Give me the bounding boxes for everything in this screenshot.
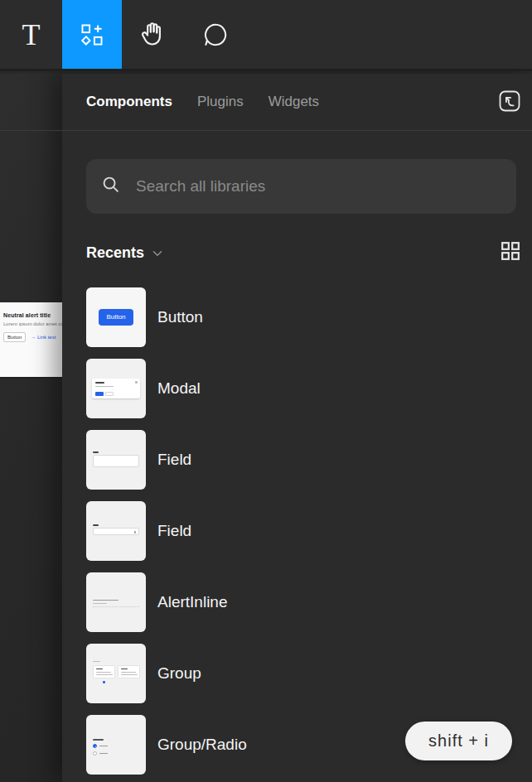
component-label: Modal (157, 359, 201, 418)
component-thumbnail (86, 430, 146, 490)
recents-dropdown[interactable]: Recents (86, 244, 162, 262)
comment-icon (202, 22, 229, 48)
tab-components[interactable]: Components (86, 94, 172, 110)
components-list: Button Button Modal (86, 287, 520, 782)
text-tool-button[interactable]: T (0, 0, 62, 69)
tab-widgets[interactable]: Widgets (268, 94, 319, 110)
components-tool-button[interactable] (62, 0, 122, 69)
search-input[interactable] (134, 176, 501, 196)
search-box (86, 159, 516, 214)
list-item-group[interactable]: Group (86, 644, 520, 715)
arrow-up-left-boxed-icon (497, 89, 522, 117)
canvas-area[interactable]: Neutral alert title Lorem ipsum dolor am… (0, 74, 62, 782)
comment-tool-button[interactable] (184, 0, 246, 69)
toolbar: T (0, 0, 532, 71)
list-item-field-2[interactable]: Field (86, 501, 520, 572)
recents-header: Recents (86, 239, 520, 267)
component-thumbnail (86, 572, 146, 632)
grid-view-icon (501, 241, 520, 264)
component-thumbnail (86, 501, 146, 561)
alert-body: Lorem ipsum dolor amet conse (3, 321, 62, 326)
list-item-modal[interactable]: Modal (86, 359, 520, 430)
component-label: Field (157, 501, 191, 561)
hand-icon (139, 21, 167, 49)
canvas-alert-component[interactable]: Neutral alert title Lorem ipsum dolor am… (0, 302, 62, 377)
search-icon (101, 175, 121, 198)
component-label: Field (157, 430, 191, 490)
panel-tabs: Components Plugins Widgets (86, 74, 319, 130)
component-thumbnail: Button (86, 287, 146, 347)
component-label: Group/Radio (157, 715, 247, 775)
section-title: Recents (86, 244, 144, 262)
components-icon (80, 22, 104, 47)
alert-mini-button: Button (3, 332, 26, 342)
thumb-button-label: Button (99, 309, 133, 326)
component-thumbnail (86, 644, 146, 703)
popout-window-button[interactable] (496, 89, 523, 116)
components-panel: Components Plugins Widgets (62, 74, 532, 782)
list-item-alertinline[interactable]: AlertInline (86, 572, 520, 644)
component-label: Group (157, 644, 201, 703)
tab-plugins[interactable]: Plugins (197, 94, 244, 110)
figma-window: T (0, 0, 532, 782)
component-thumbnail (86, 359, 146, 418)
component-label: Button (157, 287, 203, 347)
text-tool-icon: T (22, 20, 41, 50)
list-item-field[interactable]: Field (86, 430, 520, 501)
header-divider (0, 130, 532, 131)
alert-title: Neutral alert title (3, 312, 62, 318)
alert-link: → Link text (31, 335, 56, 340)
hand-tool-button[interactable] (122, 0, 184, 69)
grid-view-button[interactable] (501, 241, 520, 264)
chevron-down-icon (152, 245, 162, 260)
list-item-button[interactable]: Button Button (86, 287, 520, 359)
shortcut-hint: shift + i (405, 722, 512, 760)
component-label: AlertInline (157, 572, 228, 632)
component-thumbnail (86, 715, 146, 775)
